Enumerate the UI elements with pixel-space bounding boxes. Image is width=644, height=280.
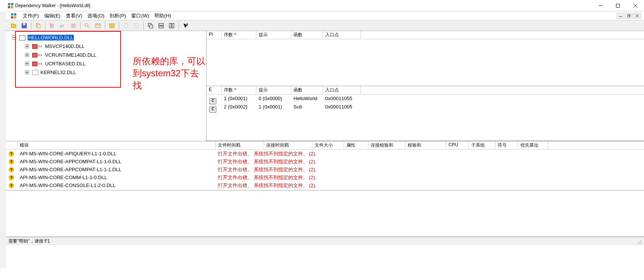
expand-icon[interactable] <box>25 53 29 57</box>
svg-rect-35 <box>159 23 163 25</box>
col-hint[interactable]: 提示 <box>256 86 291 94</box>
open-button[interactable] <box>9 21 18 30</box>
menu-help[interactable]: 帮助(H) <box>152 12 173 20</box>
col-entry[interactable]: 入口点 <box>323 86 361 94</box>
tree-node-label[interactable]: KERNEL32.DLL <box>40 70 76 75</box>
col-ordinal[interactable]: 序数 ^ <box>222 31 256 39</box>
tree-row[interactable]: HELLOWORLD.DLL <box>12 33 206 42</box>
profile-stop-button[interactable] <box>132 21 141 30</box>
mdi-close-button[interactable] <box>633 13 641 19</box>
svg-rect-30 <box>124 23 128 28</box>
tree-node-label[interactable]: HELLOWORLD.DLL <box>28 35 74 40</box>
autoexpand-button[interactable] <box>48 21 57 30</box>
module-row[interactable]: API-MS-WIN-CORE-COMM-L1-1-0.DLL打开文件出错。 系… <box>6 173 644 181</box>
export-function: Sub <box>291 104 323 110</box>
cascade-button[interactable] <box>146 21 155 30</box>
col-link-ts[interactable]: 连接时间戳 <box>264 141 312 149</box>
tile-h-button[interactable] <box>157 21 166 30</box>
collapse-icon[interactable] <box>12 36 16 40</box>
module-name: API-MS-WIN-CORE-APPCOMPAT-L1-1-0.DLL <box>17 159 216 164</box>
svg-text:c:\: c:\ <box>60 24 64 28</box>
tree-node-label[interactable]: MSVCP140D.DLL <box>45 43 85 49</box>
col-checksum[interactable]: 校验和 <box>405 141 446 149</box>
left-gutter <box>0 11 6 268</box>
menu-view[interactable]: 查看(V) <box>64 12 84 20</box>
toolbar-separator <box>119 22 119 29</box>
col-module[interactable]: 模块 <box>17 141 216 149</box>
expand-icon[interactable] <box>25 62 29 66</box>
svg-rect-0 <box>8 3 10 5</box>
menu-options[interactable]: 选项(O) <box>85 12 107 20</box>
col-entry[interactable]: 入口点 <box>323 31 361 39</box>
resize-grip-icon[interactable] <box>636 238 642 244</box>
context-help-button[interactable]: ? <box>181 21 190 30</box>
col-subsystem[interactable]: 子系统 <box>469 141 495 149</box>
menu-window[interactable]: 窗口(W) <box>129 12 151 20</box>
col-filesize[interactable]: 文件大小 <box>312 141 344 149</box>
fullpaths-button[interactable]: c:\ <box>58 21 67 30</box>
modules-pane[interactable]: 模块 文件时间戳 连接时间戳 文件大小 属性 连接校验和 校验和 CPU 子系统… <box>6 141 644 190</box>
log-pane[interactable] <box>6 190 644 237</box>
modules-header[interactable]: 模块 文件时间戳 连接时间戳 文件大小 属性 连接校验和 校验和 CPU 子系统… <box>6 141 644 150</box>
imports-header[interactable]: PI 序数 ^ 提示 函数 入口点 <box>206 31 644 39</box>
tree-row[interactable]: MSVCP140D.DLL <box>12 42 206 51</box>
app-icon <box>8 3 14 9</box>
exports-header[interactable]: E 序数 ^ 提示 函数 入口点 <box>206 86 644 94</box>
configdir-button[interactable] <box>107 21 116 30</box>
module-icon <box>19 35 25 40</box>
profile-start-button[interactable] <box>121 21 130 30</box>
col-function[interactable]: 函数 <box>291 31 323 39</box>
col-pi[interactable]: PI <box>206 31 222 39</box>
expand-icon[interactable] <box>25 70 29 74</box>
col-cpu[interactable]: CPU <box>446 141 469 149</box>
col-function[interactable]: 函数 <box>291 86 323 94</box>
mdi-minimize-button[interactable] <box>617 13 624 19</box>
minimize-button[interactable] <box>592 0 609 11</box>
col-e[interactable]: E <box>206 86 222 94</box>
module-name: API-MS-WIN-CORE-APPCOMPAT-L1-1-1.DLL <box>17 167 216 172</box>
mdi-restore-button[interactable] <box>625 13 633 19</box>
imports-pane[interactable]: PI 序数 ^ 提示 函数 入口点 <box>206 31 644 86</box>
toolbar-separator <box>143 22 144 29</box>
module-64-icon <box>32 44 37 49</box>
menu-file[interactable]: 文件(F) <box>20 12 41 20</box>
svg-point-25 <box>85 23 88 26</box>
export-row[interactable]: 2 (0x0002) 1 (0x0001) Sub 0x00011005 <box>206 103 644 111</box>
menu-profile[interactable]: 剖析(P) <box>107 12 128 20</box>
export-row[interactable]: 1 (0x0001) 0 (0x0000) HelloWorld 0x00011… <box>206 94 644 103</box>
export-hint: 0 (0x0000) <box>256 96 291 101</box>
col-symbols[interactable]: 符号 <box>495 141 518 149</box>
module-error: 打开文件出错。 系统找不到指定的文件。 (2). <box>216 150 319 157</box>
col-attr[interactable]: 属性 <box>344 141 368 149</box>
col-hint[interactable]: 提示 <box>256 31 291 39</box>
undecorate-button[interactable] <box>69 21 78 30</box>
col-linkcs[interactable]: 连接校验和 <box>368 141 405 149</box>
exports-pane[interactable]: E 序数 ^ 提示 函数 入口点 1 (0x0001) 0 (0x0000) H… <box>206 86 644 141</box>
module-row[interactable]: API-MS-WIN-CORE-APPCOMPAT-L1-1-0.DLL打开文件… <box>6 158 644 166</box>
svg-line-42 <box>640 243 642 244</box>
tile-v-button[interactable] <box>167 21 176 30</box>
mdi-icon <box>11 13 17 19</box>
module-row[interactable]: API-MS-WIN-CORE-CONSOLE-L1-2-0.DLL打开文件出错… <box>6 181 644 189</box>
col-base[interactable]: 优先基址 <box>518 141 548 149</box>
svg-rect-36 <box>159 26 163 28</box>
module-row[interactable]: API-MS-WIN-CORE-APIQUERY-L1-1-0.DLL打开文件出… <box>6 150 644 158</box>
save-button[interactable] <box>20 21 29 30</box>
col-file-ts[interactable]: 文件时间戳 <box>216 141 264 149</box>
export-hint: 1 (0x0001) <box>256 104 291 110</box>
svg-rect-37 <box>169 23 171 28</box>
col-icon[interactable] <box>6 141 17 149</box>
tree-node-label[interactable]: VCRUNTIME140D.DLL <box>45 52 96 58</box>
tree-node-label[interactable]: UCRTBASED.DLL <box>45 61 85 67</box>
dependency-tree-pane[interactable]: HELLOWORLD.DLL MSVCP140D.DLL VCRUNTIME14… <box>6 31 206 141</box>
expand-icon[interactable] <box>25 44 29 48</box>
close-button[interactable] <box>627 0 644 11</box>
module-row[interactable]: API-MS-WIN-CORE-APPCOMPAT-L1-1-1.DLL打开文件… <box>6 166 644 173</box>
maximize-button[interactable] <box>609 0 627 11</box>
copy-button[interactable] <box>34 21 43 30</box>
col-ordinal[interactable]: 序数 ^ <box>222 86 256 94</box>
svg-rect-38 <box>172 23 174 28</box>
syspath-button[interactable] <box>93 21 102 30</box>
menu-edit[interactable]: 编辑(E) <box>42 12 63 20</box>
viewmod-button[interactable] <box>83 21 92 30</box>
